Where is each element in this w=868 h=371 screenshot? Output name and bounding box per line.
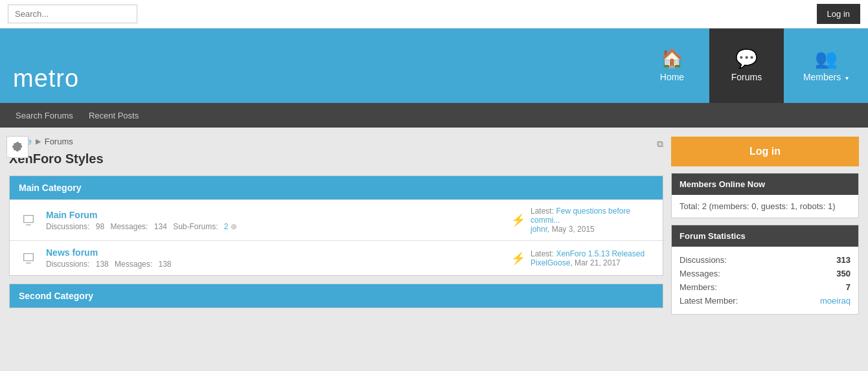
content-area: Home ▶ Forums ⧉ XenForo Styles Main Cate… [9,137,663,321]
nav-item-forums[interactable]: 💬 Forums [709,28,784,103]
stat-row-messages: Messages: 350 [680,267,851,280]
stat-label-members: Members: [680,282,717,292]
forum-icon-main [19,213,38,227]
forum-stats-body: Discussions: 313 Messages: 350 Members: … [672,247,858,314]
subforums-expand-icon[interactable]: ⊕ [231,222,237,231]
category-header-main: Main Category [10,176,663,199]
discussions-label: Discussions: [46,222,89,231]
header: metro 🏠 Home 💬 Forums 👥 Members ▾ [0,28,868,103]
home-icon: 🏠 [661,50,683,68]
rss-feed-icon-main[interactable]: ⚡ [511,213,525,227]
latest-user-main[interactable]: johnr [531,225,547,234]
category-header-second: Second Category [10,284,663,308]
forum-name-news[interactable]: News forum [46,247,98,258]
rss-feed-icon-news[interactable]: ⚡ [511,251,525,265]
forum-icon-news [19,251,38,265]
nav-item-members[interactable]: 👥 Members ▾ [784,28,868,103]
login-button-top[interactable]: Log in [817,4,860,24]
stat-label-discussions: Discussions: [680,255,727,265]
header-nav: 🏠 Home 💬 Forums 👥 Members ▾ [635,28,868,103]
forum-info-main: Main Forum Discussions: 98 Messages: 134… [46,210,503,231]
stat-value-messages: 350 [836,269,851,278]
stat-label-latest-member: Latest Member: [680,296,738,306]
category-main: Main Category Main Forum Discussions: 98… [9,175,663,276]
messages-label-news: Messages: [115,260,152,269]
nav-label-members: Members ▾ [803,72,849,82]
stat-row-discussions: Discussions: 313 [680,253,851,267]
stat-row-members: Members: 7 [680,280,851,294]
forum-latest-main: ⚡ Latest: Few questions before commi... … [511,207,654,234]
latest-date-main: May 3, 2015 [552,225,595,234]
login-button-sidebar[interactable]: Log in [671,137,859,166]
members-online-header: Members Online Now [672,174,858,195]
page-title: XenForo Styles [9,152,663,166]
discussions-label-news: Discussions: [46,260,89,269]
sidebar: Log in Members Online Now Total: 2 (memb… [671,137,859,321]
members-online-block: Members Online Now Total: 2 (members: 0,… [671,173,859,218]
forum-latest-text-news: Latest: XenForo 1.5.13 Released PixelGoo… [531,249,645,267]
top-bar: Log in [0,0,868,28]
nav-label-forums: Forums [731,72,762,82]
sub-nav-search-forums[interactable]: Search Forums [8,104,81,127]
forums-icon: 💬 [735,50,758,68]
rss-icon[interactable]: ⧉ [657,139,663,150]
members-online-body: Total: 2 (members: 0, guests: 1, robots:… [672,195,858,218]
members-icon: 👥 [815,50,838,68]
forum-latest-news: ⚡ Latest: XenForo 1.5.13 Released PixelG… [511,249,654,267]
forum-meta-news: Discussions: 138 Messages: 138 [46,260,503,269]
subforums-label: Sub-Forums: [173,222,218,231]
latest-label-news: Latest: [531,249,554,258]
forum-meta-main: Discussions: 98 Messages: 134 Sub-Forums… [46,222,503,231]
stat-value-discussions: 313 [836,255,851,265]
subforums-link[interactable]: 2 [224,222,229,231]
latest-thread-news[interactable]: XenForo 1.5.13 Released [556,249,645,258]
breadcrumb-current: Forums [45,137,73,146]
latest-date-news: Mar 21, 2017 [575,258,621,267]
gear-icon[interactable] [6,136,29,158]
forum-row-news: News forum Discussions: 138 Messages: 13… [10,240,663,275]
discussions-count: 98 [96,222,104,231]
stat-link-latest-member[interactable]: moeiraq [820,296,851,306]
main-container: Home ▶ Forums ⧉ XenForo Styles Main Cate… [0,128,868,321]
nav-label-home: Home [660,72,684,82]
discussions-count-news: 138 [96,260,109,269]
forum-stats-header: Forum Statistics [672,225,858,247]
stat-value-members: 7 [846,282,851,292]
breadcrumb-row: Home ▶ Forums ⧉ [9,137,663,152]
stat-row-latest-member: Latest Member: moeiraq [680,294,851,308]
messages-count: 134 [154,222,167,231]
latest-label-main: Latest: [531,207,554,216]
site-title: metro [13,65,79,93]
latest-user-news[interactable]: PixelGoose [531,258,570,267]
chevron-down-icon: ▾ [843,74,849,82]
forum-name-main[interactable]: Main Forum [46,210,97,220]
sub-nav: Search Forums Recent Posts [0,103,868,128]
breadcrumb-separator: ▶ [36,137,41,146]
forum-latest-text-main: Latest: Few questions before commi... jo… [531,207,654,234]
forum-info-news: News forum Discussions: 138 Messages: 13… [46,247,503,269]
messages-label: Messages: [110,222,148,231]
brand-area: metro [0,28,635,103]
nav-item-home[interactable]: 🏠 Home [635,28,709,103]
category-second: Second Category [9,284,663,308]
forum-stats-block: Forum Statistics Discussions: 313 Messag… [671,225,859,315]
sub-nav-recent-posts[interactable]: Recent Posts [81,104,146,127]
search-input[interactable] [8,5,137,23]
stat-label-messages: Messages: [680,269,720,278]
forum-row-main: Main Forum Discussions: 98 Messages: 134… [10,199,663,240]
messages-count-news: 138 [158,260,171,269]
